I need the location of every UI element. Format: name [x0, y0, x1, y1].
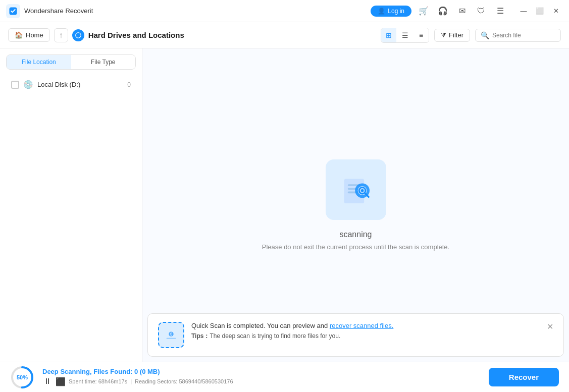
- separator: |: [130, 378, 132, 384]
- headset-icon[interactable]: 🎧: [436, 4, 450, 18]
- disk-count: 0: [127, 81, 131, 88]
- minimize-button[interactable]: —: [516, 4, 531, 18]
- user-icon: 👤: [378, 8, 385, 15]
- search-box[interactable]: 🔍: [475, 29, 561, 42]
- notification-close-button[interactable]: ✕: [547, 322, 553, 331]
- tab-file-location[interactable]: File Location: [7, 55, 71, 69]
- progress-label: 50%: [17, 374, 28, 380]
- grid-view-button[interactable]: ⊞: [381, 28, 396, 42]
- search-icon: 🔍: [481, 31, 489, 39]
- up-arrow-icon: ↑: [59, 31, 63, 40]
- scan-title: Deep Scanning, Files Found: 0 (0 MB): [42, 368, 481, 375]
- login-button[interactable]: 👤 Log in: [371, 6, 411, 17]
- notification-icon: [158, 322, 184, 348]
- sidebar: File Location File Type 💿 Local Disk (D:…: [0, 48, 142, 362]
- home-button[interactable]: 🏠 Home: [8, 28, 50, 42]
- list-view-button[interactable]: ≡: [413, 28, 429, 42]
- scanning-subtext: Please do not exit the current process u…: [262, 243, 449, 251]
- pause-button[interactable]: ⏸: [42, 376, 53, 386]
- main-layout: File Location File Type 💿 Local Disk (D:…: [0, 48, 569, 362]
- notification-banner: Quick Scan is completed. You can preview…: [147, 313, 564, 357]
- scanning-status: scanning: [339, 230, 372, 239]
- window-controls: — ⬜ ✕: [516, 4, 563, 18]
- title-bar: Wondershare Recoverit 👤 Log in 🛒 🎧 ✉ 🛡 ☰…: [0, 0, 569, 22]
- title-bar-left: Wondershare Recoverit: [6, 4, 93, 18]
- mail-icon[interactable]: ✉: [455, 4, 469, 18]
- header-left: 🏠 Home ↑ Hard Drives and Locations: [8, 28, 184, 42]
- disk-name: Local Disk (D:): [37, 81, 123, 88]
- reading-sectors: Reading Sectors: 5869440/5860530176: [135, 378, 233, 384]
- notification-tips: Tips：The deep scan is trying to find mor…: [191, 332, 540, 341]
- header-right: ⊞ ☰ ≡ ⧩ Filter 🔍: [381, 28, 561, 43]
- disk-item-d[interactable]: 💿 Local Disk (D:) 0: [6, 76, 136, 93]
- hard-drive-icon: [72, 29, 84, 41]
- svg-point-13: [171, 333, 172, 335]
- menu-icon[interactable]: ☰: [493, 4, 507, 18]
- home-icon: 🏠: [15, 31, 23, 39]
- filter-icon: ⧩: [441, 31, 446, 39]
- maximize-button[interactable]: ⬜: [533, 4, 547, 18]
- search-input[interactable]: [492, 32, 555, 39]
- svg-rect-14: [167, 338, 176, 339]
- stop-button[interactable]: ⬛: [56, 376, 66, 386]
- disk-checkbox[interactable]: [11, 81, 19, 89]
- notification-content: Quick Scan is completed. You can preview…: [191, 322, 540, 341]
- breadcrumb: Hard Drives and Locations: [72, 29, 184, 41]
- app-name: Wondershare Recoverit: [24, 7, 93, 15]
- disk-icon: 💿: [23, 80, 33, 89]
- list-view-medium-button[interactable]: ☰: [397, 28, 412, 42]
- back-up-button[interactable]: ↑: [54, 28, 68, 42]
- tab-switcher: File Location File Type: [6, 54, 136, 70]
- scanning-illustration: [326, 159, 386, 220]
- tab-file-type[interactable]: File Type: [71, 55, 136, 69]
- close-button[interactable]: ✕: [549, 4, 563, 18]
- content-area: scanning Please do not exit the current …: [142, 48, 569, 362]
- recover-files-link[interactable]: recover scanned files.: [330, 322, 393, 329]
- svg-point-9: [360, 189, 363, 192]
- cart-icon[interactable]: 🛒: [417, 4, 431, 18]
- filter-button[interactable]: ⧩ Filter: [434, 29, 470, 42]
- scan-info: Deep Scanning, Files Found: 0 (0 MB) ⏸ ⬛…: [42, 368, 481, 386]
- progress-circle: 50%: [10, 365, 34, 389]
- notification-title: Quick Scan is completed. You can preview…: [191, 322, 540, 329]
- header-bar: 🏠 Home ↑ Hard Drives and Locations ⊞ ☰ ≡…: [0, 22, 569, 48]
- shield-icon[interactable]: 🛡: [474, 4, 488, 18]
- title-bar-right: 👤 Log in 🛒 🎧 ✉ 🛡 ☰ — ⬜ ✕: [371, 4, 563, 18]
- bottom-bar: 50% Deep Scanning, Files Found: 0 (0 MB)…: [0, 362, 569, 392]
- spent-time: Spent time: 68h46m17s: [69, 378, 127, 384]
- app-logo: [6, 4, 20, 18]
- view-toggle: ⊞ ☰ ≡: [381, 28, 429, 43]
- recover-button[interactable]: Recover: [489, 368, 559, 386]
